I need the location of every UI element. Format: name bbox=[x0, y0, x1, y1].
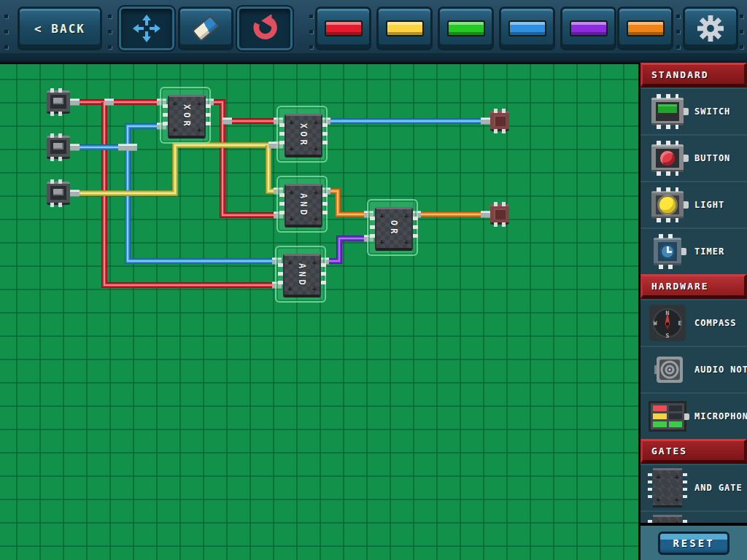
microphone-icon bbox=[646, 401, 689, 432]
gate-chip-label: ++++XOR bbox=[168, 95, 206, 139]
rivet-column bbox=[740, 0, 744, 63]
light-icon bbox=[646, 191, 689, 219]
rivet-column bbox=[676, 0, 681, 63]
color-button-blue[interactable] bbox=[499, 7, 555, 50]
eraser-tool[interactable] bbox=[178, 7, 233, 50]
palette-item-button[interactable]: BUTTON bbox=[640, 134, 747, 181]
palette-item-label: SWITCH bbox=[694, 106, 730, 117]
back-button[interactable]: < BACK bbox=[18, 7, 102, 50]
color-button-yellow[interactable] bbox=[376, 7, 433, 50]
rotate-tool[interactable] bbox=[237, 7, 293, 50]
rivet-column bbox=[309, 0, 314, 63]
output-led-2[interactable] bbox=[490, 204, 509, 225]
gate-chip-label: ++++AND bbox=[285, 184, 322, 228]
and-gate-icon: ++ ++ bbox=[646, 468, 689, 508]
reset-panel: RESET bbox=[640, 526, 747, 560]
purple-swatch bbox=[570, 20, 608, 36]
orange-swatch bbox=[627, 20, 665, 36]
palette-item-audio-note[interactable]: AUDIO NOTE bbox=[640, 346, 747, 392]
settings-button[interactable] bbox=[683, 7, 738, 50]
move-tool[interactable] bbox=[119, 7, 174, 50]
input-chip-3[interactable] bbox=[47, 182, 70, 205]
switch-icon bbox=[646, 98, 689, 125]
rotate-ccw-icon bbox=[251, 15, 279, 42]
palette-list: STANDARD SWITCH BUTTON bbox=[640, 63, 747, 523]
svg-text:E: E bbox=[678, 320, 682, 327]
compass-icon: NS WE bbox=[646, 304, 689, 342]
gate-and-1[interactable]: ++++AND bbox=[276, 176, 328, 233]
circuit-canvas[interactable]: ++++XOR++++XOR++++AND++++AND++++OR bbox=[0, 63, 638, 560]
section-header-gates: GATES bbox=[640, 439, 747, 464]
palette-item-label: MICROPHONE bbox=[694, 411, 747, 421]
nand-gate-icon: ++ bbox=[646, 515, 689, 523]
green-swatch bbox=[447, 20, 485, 36]
gear-icon bbox=[697, 15, 724, 42]
input-chip-1[interactable] bbox=[47, 90, 70, 114]
timer-icon bbox=[646, 238, 689, 265]
palette-item-timer[interactable]: TIMER bbox=[640, 228, 747, 274]
palette-item-label: TIMER bbox=[694, 246, 724, 257]
red-swatch bbox=[325, 20, 363, 36]
button-icon bbox=[646, 144, 689, 172]
palette-item-label: AUDIO NOTE bbox=[694, 365, 747, 375]
gate-chip-label: ++++AND bbox=[283, 254, 321, 298]
component-palette-sidebar: STANDARD SWITCH BUTTON bbox=[638, 63, 747, 560]
toolbar: < BACK bbox=[0, 0, 747, 63]
eraser-icon bbox=[192, 15, 220, 42]
gate-and-2[interactable]: ++++AND bbox=[275, 246, 326, 303]
blue-swatch bbox=[508, 20, 546, 36]
palette-item-microphone[interactable]: MICROPHONE bbox=[640, 392, 747, 439]
palette-item-compass[interactable]: NS WE COMPASS bbox=[640, 299, 747, 346]
gate-chip-label: ++++XOR bbox=[285, 114, 322, 158]
gate-xor-1[interactable]: ++++XOR bbox=[160, 87, 211, 144]
rivet-column bbox=[4, 0, 9, 63]
reset-button[interactable]: RESET bbox=[658, 532, 729, 555]
section-header-standard: STANDARD bbox=[640, 63, 747, 88]
output-led-1[interactable] bbox=[490, 111, 509, 131]
input-chip-2[interactable] bbox=[47, 136, 70, 159]
section-header-hardware: HARDWARE bbox=[640, 274, 747, 299]
palette-item-nand-gate[interactable]: ++ NAND GATE bbox=[640, 510, 747, 523]
gate-xor-2[interactable]: ++++XOR bbox=[276, 106, 328, 163]
palette-item-label: AND GATE bbox=[694, 483, 743, 493]
audio-note-icon bbox=[646, 355, 689, 384]
gate-or-1[interactable]: ++++OR bbox=[367, 199, 418, 256]
palette-item-label: COMPASS bbox=[694, 318, 737, 328]
circuit-builder-app: < BACK bbox=[0, 0, 747, 560]
palette-item-switch[interactable]: SWITCH bbox=[640, 88, 747, 134]
color-button-red[interactable] bbox=[315, 7, 371, 50]
color-button-green[interactable] bbox=[438, 7, 494, 50]
palette-item-light[interactable]: LIGHT bbox=[640, 181, 747, 228]
rivet-column bbox=[108, 0, 112, 63]
color-button-orange[interactable] bbox=[617, 7, 673, 50]
svg-text:W: W bbox=[654, 320, 657, 327]
color-button-purple[interactable] bbox=[560, 7, 616, 50]
palette-item-label: LIGHT bbox=[694, 200, 724, 210]
main-area: ++++XOR++++XOR++++AND++++AND++++OR STAND… bbox=[0, 63, 747, 560]
svg-text:S: S bbox=[666, 332, 670, 339]
yellow-swatch bbox=[386, 20, 424, 36]
palette-item-and-gate[interactable]: ++ ++ AND GATE bbox=[640, 464, 747, 510]
gate-chip-label: ++++OR bbox=[375, 207, 413, 251]
move-arrows-icon bbox=[132, 14, 161, 43]
palette-item-label: BUTTON bbox=[694, 153, 730, 163]
